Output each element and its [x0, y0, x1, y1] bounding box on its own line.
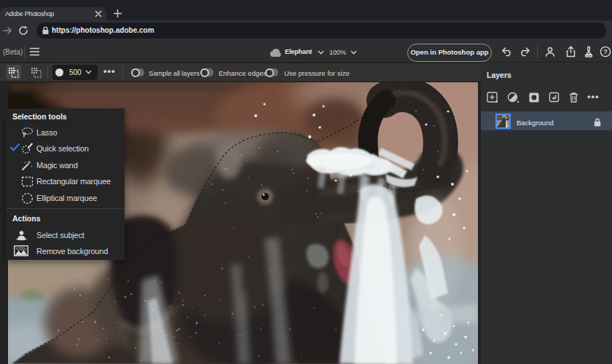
svg-text:?: ?	[603, 48, 608, 55]
